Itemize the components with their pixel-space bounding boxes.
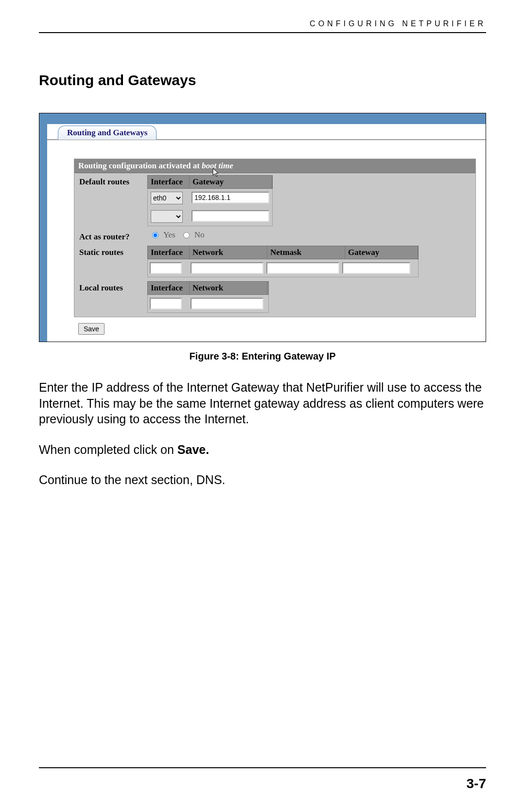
section-title: Routing and Gateways [39, 72, 486, 89]
page-header-chapter: CONFIGURING NETPURIFIER [39, 19, 486, 28]
footer-rule [39, 767, 486, 768]
save-button[interactable]: Save [78, 323, 105, 335]
act-as-router-label: Act as router? [79, 230, 147, 242]
static-route-network-input[interactable] [191, 262, 263, 274]
default-route-interface-select[interactable]: eth0 [151, 192, 183, 204]
p2-prefix: When completed click on [39, 443, 177, 456]
col-gateway-2: Gateway [345, 246, 418, 259]
col-network-2: Network [190, 282, 267, 294]
default-route-gateway-input[interactable] [192, 192, 269, 203]
default-route-gateway-input-2[interactable] [192, 210, 269, 222]
p2-bold: Save. [177, 443, 209, 456]
router-yes-label: Yes [163, 230, 175, 240]
default-route-interface-select-2[interactable] [151, 210, 183, 223]
router-no-label: No [194, 230, 205, 240]
body-paragraph-1: Enter the IP address of the Internet Gat… [39, 379, 486, 427]
local-route-network-input[interactable] [191, 298, 263, 309]
body-paragraph-3: Continue to the next section, DNS. [39, 472, 486, 488]
figure-caption: Figure 3-8: Entering Gateway IP [39, 351, 486, 362]
col-gateway: Gateway [190, 176, 272, 188]
page-number: 3-7 [467, 776, 486, 792]
static-routes-label: Static routes [79, 246, 147, 257]
static-route-netmask-input[interactable] [266, 262, 339, 274]
header-rule [39, 32, 486, 33]
body-paragraph-2: When completed click on Save. [39, 442, 486, 458]
router-yes-radio[interactable] [152, 232, 158, 238]
screenshot-figure: Routing and Gateways Routing configurati… [39, 113, 486, 342]
col-interface-3: Interface [148, 282, 190, 294]
static-route-interface-input[interactable] [150, 262, 182, 274]
col-interface: Interface [148, 176, 190, 188]
config-header-em: boot time [202, 161, 233, 170]
col-interface-2: Interface [148, 246, 190, 259]
col-network: Network [190, 246, 267, 259]
local-routes-label: Local routes [79, 281, 147, 293]
default-routes-label: Default routes [79, 175, 147, 187]
config-header-prefix: Routing configuration activated at [78, 161, 202, 170]
static-route-gateway-input[interactable] [342, 262, 410, 274]
col-netmask: Netmask [267, 246, 345, 259]
router-no-radio[interactable] [183, 232, 190, 238]
config-header: Routing configuration activated at boot … [74, 159, 475, 173]
local-route-interface-input[interactable] [150, 298, 182, 309]
tab-routing-gateways[interactable]: Routing and Gateways [58, 126, 157, 140]
